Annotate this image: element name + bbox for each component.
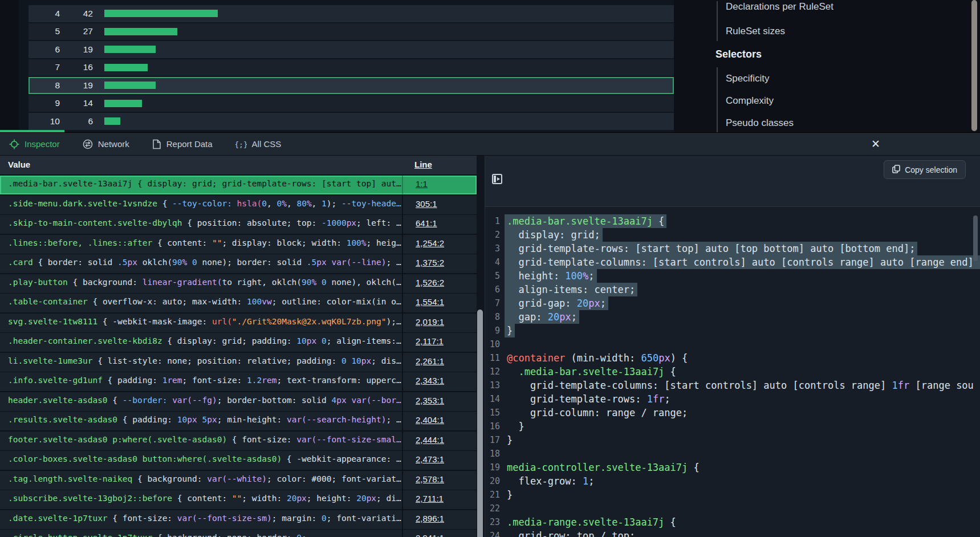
table-row[interactable]: .results.svelte-asdas0 { padding: 10px 5… (0, 412, 477, 430)
token: to right, oklch( (222, 278, 302, 287)
line-number: 24 (485, 529, 500, 537)
tab-all-css[interactable]: {;}All CSS (235, 139, 282, 149)
code-area[interactable]: 1.media-bar.svelte-13aai7j {2 display: g… (485, 207, 980, 537)
code-line-20: 20 flex-grow: 1; (485, 474, 980, 488)
table-row[interactable]: footer.svelte-asdas0 p:where(.svelte-asd… (0, 432, 477, 450)
line-link[interactable]: 2,404:1 (416, 415, 444, 425)
tab-network[interactable]: Network (83, 139, 129, 149)
line-link[interactable]: 1,375:2 (416, 258, 444, 267)
table-row[interactable]: .table-container { overflow-x: auto; max… (0, 294, 477, 312)
token: grid-gap: (507, 298, 577, 309)
sidebar-item-declarations-per-ruleset[interactable]: Declarations per RuleSet (726, 1, 833, 13)
line-number: 14 (485, 392, 500, 406)
token: var(--search-height) (287, 415, 387, 424)
table-row[interactable]: .skip-to-main-content.svelte-dbylqh { po… (0, 215, 477, 234)
line-cell: 2,117:1 (402, 333, 477, 352)
line-link[interactable]: 2,578:1 (416, 474, 444, 484)
table-scrollbar[interactable] (477, 310, 483, 537)
copy-selection-button[interactable]: Copy selection (884, 160, 966, 179)
line-link[interactable]: 2,343:1 (416, 376, 444, 385)
chart-row-9[interactable]: 914 (29, 95, 674, 112)
code-text: } (507, 420, 524, 433)
line-link[interactable]: 2,941:1 (416, 533, 444, 537)
sidebar-item-ruleset-sizes[interactable]: RuleSet sizes (726, 26, 785, 37)
token: grid-template-rows: [start top] auto [to… (507, 243, 915, 254)
table-row[interactable]: .tag.length.svelte-naikeq { background: … (0, 471, 477, 490)
code-topbar: Copy selection (485, 156, 980, 207)
line-link[interactable]: 1,526:2 (416, 278, 444, 287)
code-scrollbar[interactable] (973, 215, 978, 261)
table-row[interactable]: .play-button { background: linear-gradie… (0, 274, 477, 293)
line-link[interactable]: 1:1 (416, 179, 428, 189)
sidebar-item-complexity[interactable]: Complexity (726, 95, 774, 107)
table-row[interactable]: .side-menu.dark.svelte-1vsndze { --toy-c… (0, 196, 477, 214)
token: { display: grid; padding: (162, 336, 297, 345)
code-line-16: 16 } (485, 420, 980, 433)
line-link[interactable]: 1,254:2 (416, 238, 444, 248)
chart-row-5[interactable]: 527 (29, 23, 674, 40)
table-row[interactable]: .media-bar.svelte-13aai7j { display: gri… (0, 176, 477, 194)
table-row[interactable]: .date.svelte-1p7tuxr { font-size: var(--… (0, 510, 477, 529)
token (232, 199, 237, 208)
table-row[interactable]: .color-boxes.svelte-asdas0 button:where(… (0, 451, 477, 470)
table-row[interactable]: .circle-button.svelte-1p7tuxr { backgrou… (0, 530, 477, 537)
line-link[interactable]: 2,019:1 (416, 317, 444, 327)
token: var(--line) (332, 258, 387, 267)
table-row[interactable]: .header-container.svelte-kbdi8z { displa… (0, 333, 477, 352)
chart-row-4[interactable]: 442 (29, 5, 674, 22)
chart-row-8[interactable]: 819 (29, 77, 674, 94)
line-cell: 1,554:1 (402, 294, 477, 312)
table-row[interactable]: .card { border: solid .5px oklch(90% 0 n… (0, 254, 477, 273)
table-row[interactable]: svg.svelte-1tw8111 { -webkit-mask-image:… (0, 314, 477, 332)
code-line-10: 10 (485, 337, 980, 351)
token: oklch( (137, 258, 172, 267)
token: .date.svelte-1p7tuxr (8, 514, 108, 523)
close-icon[interactable]: ✕ (869, 137, 883, 151)
token: media-controller.svelte-13aai7j (507, 462, 688, 473)
token: li.svelte-1ume3ur (8, 356, 92, 365)
line-link[interactable]: 641:1 (416, 218, 437, 228)
table-row[interactable]: li.svelte-1ume3ur { list-style: none; po… (0, 353, 477, 372)
line-link[interactable]: 2,261:1 (416, 356, 444, 366)
table-row[interactable]: .subscribe.svelte-13gboj2::before { cont… (0, 490, 477, 509)
rule-value: .color-boxes.svelte-asdas0 button:where(… (0, 451, 402, 470)
line-link[interactable]: 2,473:1 (416, 454, 444, 464)
chart-row-10[interactable]: 106 (29, 113, 674, 130)
ruleset-count: 19 (60, 80, 93, 91)
rule-value: .circle-button.svelte-1p7tuxr { backgrou… (0, 530, 402, 537)
table-row[interactable]: header.svelte-asdas0 { --border: var(--f… (0, 392, 477, 411)
line-link[interactable]: 2,711:1 (416, 494, 444, 503)
chart-row-6[interactable]: 619 (29, 41, 674, 58)
table-row[interactable]: .lines::before, .lines::after { content:… (0, 235, 477, 254)
copy-selection-label: Copy selection (905, 165, 957, 174)
table-row[interactable]: .info.svelte-gd1unf { padding: 1rem; fon… (0, 372, 477, 391)
ruleset-size-label: 7 (29, 62, 60, 72)
ruleset-size-label: 6 (29, 44, 60, 55)
line-link[interactable]: 2,353:1 (416, 396, 444, 405)
toggle-sidebar-icon[interactable] (492, 174, 502, 184)
sidebar-item-pseudo-classes[interactable]: Pseudo classes (726, 117, 794, 129)
line-cell: 2,473:1 (402, 451, 477, 470)
count-bar (104, 100, 142, 107)
line-number: 21 (485, 488, 500, 502)
rule-value: .info.svelte-gd1unf { padding: 1rem; fon… (0, 372, 402, 391)
sidebar-item-specificity[interactable]: Specificity (726, 73, 770, 84)
line-link[interactable]: 1,554:1 (416, 297, 444, 307)
token: [range sou (909, 380, 974, 391)
token: px (658, 352, 670, 364)
ruleset-count: 19 (60, 44, 93, 55)
tab-inspector[interactable]: Inspector (9, 139, 60, 149)
line-link[interactable]: 2,896:1 (416, 514, 444, 523)
token: (min-width: (565, 352, 641, 364)
ruleset-size-chart: 442527619716819914106 (19, 0, 674, 132)
tab-report-data[interactable]: Report Data (152, 139, 213, 149)
token: 4 (332, 396, 337, 405)
column-header-line[interactable]: Line (414, 160, 432, 169)
line-link[interactable]: 305:1 (416, 199, 437, 209)
line-link[interactable]: 2,117:1 (416, 336, 444, 346)
line-link[interactable]: 2,444:1 (416, 435, 444, 445)
chart-row-7[interactable]: 716 (29, 59, 674, 76)
sidebar-scrollbar[interactable] (971, 0, 977, 131)
token: { (653, 215, 664, 227)
token: .table-container (8, 297, 88, 306)
